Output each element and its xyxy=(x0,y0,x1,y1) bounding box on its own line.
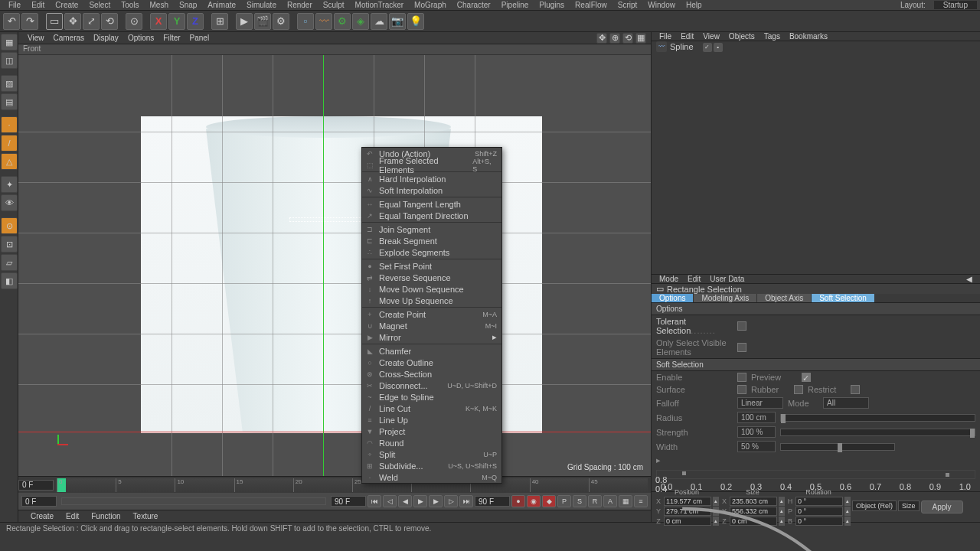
tolerant-checkbox[interactable] xyxy=(737,321,746,331)
ctx-set-first-point[interactable]: ●Set First Point xyxy=(362,260,501,272)
om-file[interactable]: File xyxy=(655,32,676,41)
vp-menu-display[interactable]: Display xyxy=(89,34,123,42)
model-mode-button[interactable]: ◫ xyxy=(1,52,18,69)
range-end-a[interactable]: 90 F xyxy=(331,496,366,507)
ctx-weld[interactable]: ·WeldM~Q xyxy=(362,471,501,483)
key-pla-button[interactable]: ▦ xyxy=(619,495,632,507)
x-axis-lock[interactable]: X xyxy=(150,13,167,30)
ctx-subdivide-[interactable]: ⊞Subdivide...U~S, U~Shift+S xyxy=(362,460,501,471)
width-field[interactable] xyxy=(737,441,776,452)
menu-pipeline[interactable]: Pipeline xyxy=(496,1,534,9)
environment-button[interactable]: ☁ xyxy=(371,13,387,30)
goto-end-button[interactable]: ⏭ xyxy=(459,495,473,507)
keyframe-button[interactable]: ◆ xyxy=(542,495,556,507)
ctx-project[interactable]: ▼Project xyxy=(362,425,501,437)
render-view-button[interactable]: ▶ xyxy=(236,13,253,30)
menu-sculpt[interactable]: Sculpt xyxy=(318,1,350,9)
ctx-equal-tangent-length[interactable]: ↔Equal Tangent Length xyxy=(362,198,501,210)
om-edit[interactable]: Edit xyxy=(676,32,698,41)
menu-script[interactable]: Script xyxy=(612,1,643,9)
viewport-solo-button[interactable]: 👁 xyxy=(1,194,18,211)
ctx-magnet[interactable]: ∪MagnetM~I xyxy=(362,320,501,331)
ctx-cross-section[interactable]: ⊗Cross-Section xyxy=(362,368,501,380)
menu-simulate[interactable]: Simulate xyxy=(241,1,282,9)
last-tool-button[interactable]: ⊙ xyxy=(126,13,142,30)
menu-realflow[interactable]: RealFlow xyxy=(570,1,612,9)
am-nav-icon[interactable]: ◀ xyxy=(962,275,977,283)
ctx-soft-interpolation[interactable]: ∿Soft Interpolation xyxy=(362,184,501,196)
menu-motiontracker[interactable]: MotionTracker xyxy=(350,1,410,9)
om-tags[interactable]: Tags xyxy=(760,32,785,41)
redo-button[interactable]: ↷ xyxy=(21,13,38,30)
key-param-button[interactable]: A xyxy=(603,495,617,507)
vp-menu-view[interactable]: View xyxy=(23,34,49,42)
timeline-ruler[interactable]: 0 F 051015202530354045 xyxy=(18,476,651,493)
vp-menu-panel[interactable]: Panel xyxy=(185,34,214,42)
z-axis-lock[interactable]: Z xyxy=(187,13,204,30)
render-settings-button[interactable]: ⚙ xyxy=(273,13,289,30)
rotate-button[interactable]: ⟲ xyxy=(101,13,118,30)
ctx-move-up-sequence[interactable]: ↑Move Up Sequence xyxy=(362,295,501,306)
ctx-join-segment[interactable]: ⊐Join Segment xyxy=(362,223,501,235)
render-badge[interactable]: • xyxy=(714,43,723,52)
ctx-move-down-sequence[interactable]: ↓Move Down Sequence xyxy=(362,283,501,295)
prev-key-button[interactable]: ◁ xyxy=(383,495,397,507)
falloff-graph[interactable]: 0.80.4 xyxy=(656,470,975,479)
spline-primitive-button[interactable]: 〰 xyxy=(315,13,332,30)
snap-enable-button[interactable]: ⊙ xyxy=(1,217,18,234)
cube-primitive-button[interactable]: ▫ xyxy=(297,13,314,30)
misc-mode-button[interactable]: ◧ xyxy=(1,272,18,289)
ctx-break-segment[interactable]: ⊏Break Segment xyxy=(362,235,501,246)
undo-button[interactable]: ↶ xyxy=(3,13,20,30)
frame-start[interactable]: 0 F xyxy=(18,480,54,491)
tab-soft-selection[interactable]: Soft Selection xyxy=(812,294,875,302)
ctx-line-cut[interactable]: /Line CutK~K, M~K xyxy=(362,403,501,414)
visibility-badge[interactable]: ✓ xyxy=(703,43,712,52)
vp-toggle-icon[interactable]: ▦ xyxy=(635,33,646,44)
vp-nav-icon[interactable]: ✥ xyxy=(596,33,607,44)
live-select-button[interactable]: ▭ xyxy=(46,13,63,30)
y-axis-lock[interactable]: Y xyxy=(168,13,185,30)
menu-edit[interactable]: Edit xyxy=(26,1,50,9)
om-objects[interactable]: Objects xyxy=(724,32,760,41)
deformer-button[interactable]: ◈ xyxy=(352,13,369,30)
strength-slider[interactable] xyxy=(780,429,975,436)
om-view[interactable]: View xyxy=(698,32,724,41)
mat-function[interactable]: Function xyxy=(85,512,126,520)
preview-checkbox[interactable]: ✓ xyxy=(802,373,811,382)
key-rot-button[interactable]: R xyxy=(588,495,602,507)
key-scale-button[interactable]: S xyxy=(573,495,586,507)
texture-mode-button[interactable]: ▨ xyxy=(1,75,18,92)
tab-options[interactable]: Options xyxy=(652,294,694,302)
menu-character[interactable]: Character xyxy=(452,1,496,9)
ctx-create-outline[interactable]: ○Create Outline xyxy=(362,357,501,368)
light-button[interactable]: 💡 xyxy=(407,13,424,30)
autokey-button[interactable]: ◉ xyxy=(527,495,541,507)
key-mode-button[interactable]: ≡ xyxy=(634,495,648,507)
object-manager-empty[interactable] xyxy=(652,52,980,274)
width-slider[interactable] xyxy=(780,443,895,451)
om-bookmarks[interactable]: Bookmarks xyxy=(785,32,832,41)
vp-rotate-icon[interactable]: ⟲ xyxy=(622,33,633,44)
camera-button[interactable]: 📷 xyxy=(389,13,406,30)
edges-mode-button[interactable]: / xyxy=(1,135,18,152)
ctx-line-up[interactable]: ≡Line Up xyxy=(362,414,501,425)
mat-edit[interactable]: Edit xyxy=(60,512,85,520)
vp-menu-options[interactable]: Options xyxy=(123,34,158,42)
next-key-button[interactable]: ▷ xyxy=(444,495,458,507)
key-pos-button[interactable]: P xyxy=(557,495,571,507)
am-mode[interactable]: Mode xyxy=(655,275,683,283)
am-userdata[interactable]: User Data xyxy=(705,275,749,283)
range-end-b[interactable]: 90 F xyxy=(475,496,510,507)
ctx-frame-selected-elements[interactable]: ⬚Frame Selected ElementsAlt+S, S xyxy=(362,159,501,171)
menu-mesh[interactable]: Mesh xyxy=(145,1,174,9)
menu-file[interactable]: File xyxy=(3,1,26,9)
menu-tools[interactable]: Tools xyxy=(116,1,144,9)
rubber-checkbox[interactable] xyxy=(794,385,803,394)
coord-system-button[interactable]: ⊞ xyxy=(211,13,228,30)
strength-field[interactable] xyxy=(737,426,776,438)
menu-plugins[interactable]: Plugins xyxy=(534,1,570,9)
ctx-disconnect-[interactable]: ✂Disconnect...U~D, U~Shift+D xyxy=(362,380,501,391)
ctx-reverse-sequence[interactable]: ⇄Reverse Sequence xyxy=(362,272,501,283)
range-slider[interactable] xyxy=(61,497,326,505)
